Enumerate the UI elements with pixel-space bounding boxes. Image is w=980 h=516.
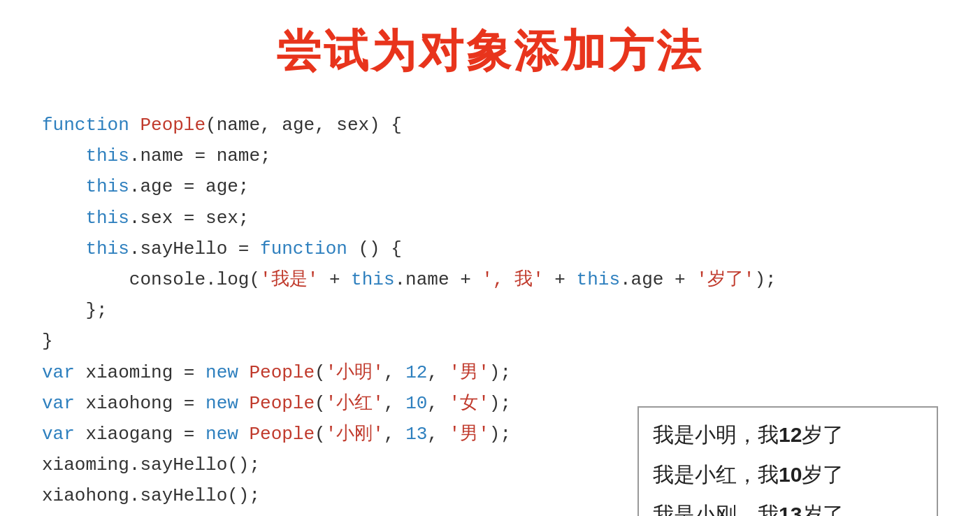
output-line-3: 我是小刚，我13岁了 <box>653 494 923 516</box>
code-line-7: }; <box>42 295 938 326</box>
output-line-2: 我是小红，我10岁了 <box>653 454 923 494</box>
code-line-4: this.sex = sex; <box>42 203 938 234</box>
code-line-9: var xiaoming = new People('小明', 12, '男')… <box>42 357 938 388</box>
page-title: 尝试为对象添加方法 <box>42 21 938 82</box>
code-line-2: this.name = name; <box>42 141 938 171</box>
code-line-1: function People(name, age, sex) { <box>42 110 938 141</box>
output-box: 我是小明，我12岁了 我是小红，我10岁了 我是小刚，我13岁了 <box>637 406 938 516</box>
code-line-8: } <box>42 326 938 357</box>
output-line-1: 我是小明，我12岁了 <box>653 415 923 454</box>
code-line-3: this.age = age; <box>42 171 938 202</box>
code-block: function People(name, age, sex) { this.n… <box>42 110 938 516</box>
code-line-6: console.log('我是' + this.name + ', 我' + t… <box>42 264 938 295</box>
code-line-5: this.sayHello = function () { <box>42 234 938 264</box>
